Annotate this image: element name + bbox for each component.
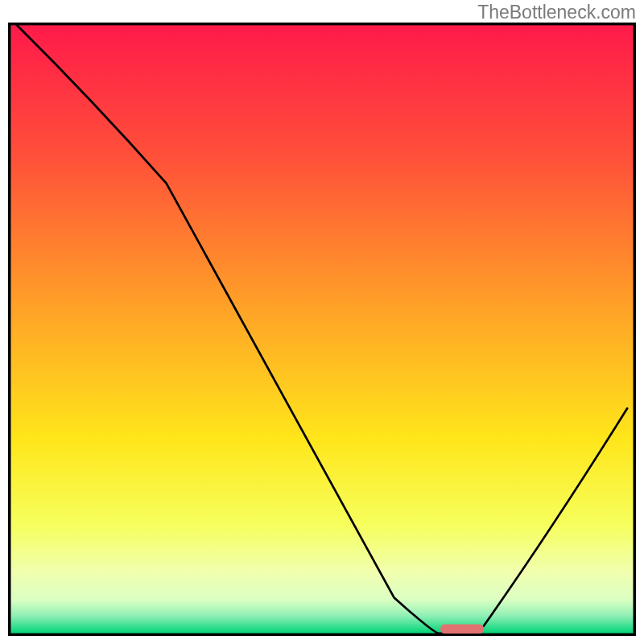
chart-area [8, 23, 636, 636]
chart-svg [8, 23, 636, 636]
watermark-text: TheBottleneck.com [477, 2, 636, 23]
optimal-range-marker [440, 625, 484, 634]
